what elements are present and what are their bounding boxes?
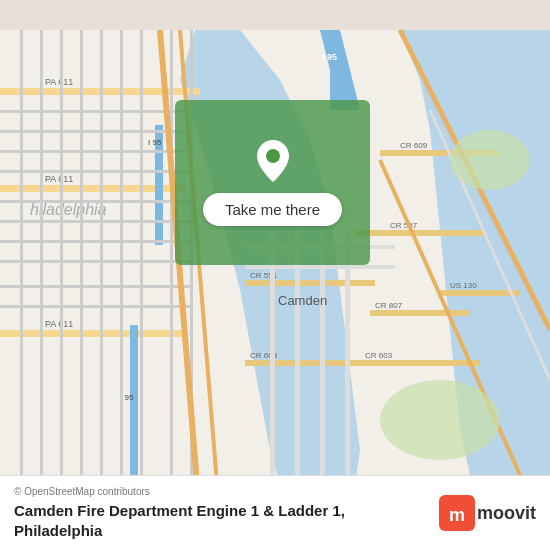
svg-rect-41 bbox=[0, 170, 190, 173]
svg-text:m: m bbox=[449, 505, 465, 525]
svg-text:CR 603: CR 603 bbox=[365, 351, 393, 360]
pin-icon bbox=[255, 138, 291, 184]
svg-rect-43 bbox=[0, 220, 190, 223]
svg-rect-54 bbox=[140, 30, 143, 520]
svg-point-64 bbox=[266, 149, 280, 163]
svg-rect-35 bbox=[245, 265, 395, 269]
moovit-icon: m bbox=[439, 495, 475, 531]
location-highlight: Take me there bbox=[175, 100, 370, 265]
svg-rect-50 bbox=[60, 30, 63, 520]
svg-rect-14 bbox=[130, 325, 138, 485]
svg-text:CR 807: CR 807 bbox=[375, 301, 403, 310]
svg-text:I 95: I 95 bbox=[148, 138, 162, 147]
svg-text:CR 537: CR 537 bbox=[390, 221, 418, 230]
svg-rect-45 bbox=[0, 260, 190, 263]
svg-rect-55 bbox=[170, 30, 173, 520]
moovit-logo: m moovit bbox=[439, 495, 536, 531]
location-title: Camden Fire Department Engine 1 & Ladder… bbox=[14, 501, 345, 540]
svg-rect-48 bbox=[20, 30, 23, 520]
svg-point-62 bbox=[380, 380, 500, 460]
svg-rect-46 bbox=[0, 285, 190, 288]
svg-rect-28 bbox=[440, 290, 520, 296]
svg-rect-26 bbox=[370, 310, 470, 316]
location-pin bbox=[255, 139, 291, 183]
svg-text:PA 611: PA 611 bbox=[45, 319, 73, 329]
svg-rect-16 bbox=[245, 280, 375, 286]
bottom-bar: © OpenStreetMap contributors Camden Fire… bbox=[0, 475, 550, 550]
location-info: © OpenStreetMap contributors Camden Fire… bbox=[14, 486, 345, 540]
svg-rect-20 bbox=[360, 360, 480, 366]
svg-rect-40 bbox=[0, 150, 190, 153]
map-container: PA 611 PA 611 PA 611 I 95 I 95 I 95 CR 5… bbox=[0, 0, 550, 550]
svg-text:CR 609: CR 609 bbox=[400, 141, 428, 150]
svg-rect-39 bbox=[0, 130, 190, 133]
svg-text:PA 611: PA 611 bbox=[45, 174, 73, 184]
svg-rect-10 bbox=[330, 30, 340, 110]
svg-text:PA 611: PA 611 bbox=[45, 77, 73, 87]
svg-text:US 130: US 130 bbox=[450, 281, 477, 290]
svg-point-63 bbox=[450, 130, 530, 190]
svg-rect-52 bbox=[100, 30, 103, 520]
svg-rect-7 bbox=[0, 330, 185, 337]
osm-credit: © OpenStreetMap contributors bbox=[14, 486, 345, 497]
svg-rect-38 bbox=[0, 110, 190, 113]
svg-rect-53 bbox=[120, 30, 123, 520]
svg-rect-49 bbox=[40, 30, 43, 520]
svg-rect-44 bbox=[0, 240, 190, 243]
svg-rect-47 bbox=[0, 305, 190, 308]
svg-text:I 95: I 95 bbox=[322, 52, 337, 62]
svg-text:Camden: Camden bbox=[278, 293, 327, 308]
take-me-there-button[interactable]: Take me there bbox=[203, 193, 342, 226]
svg-rect-42 bbox=[0, 200, 190, 203]
svg-rect-51 bbox=[80, 30, 83, 520]
map-background: PA 611 PA 611 PA 611 I 95 I 95 I 95 CR 5… bbox=[0, 0, 550, 550]
svg-rect-22 bbox=[355, 230, 485, 236]
